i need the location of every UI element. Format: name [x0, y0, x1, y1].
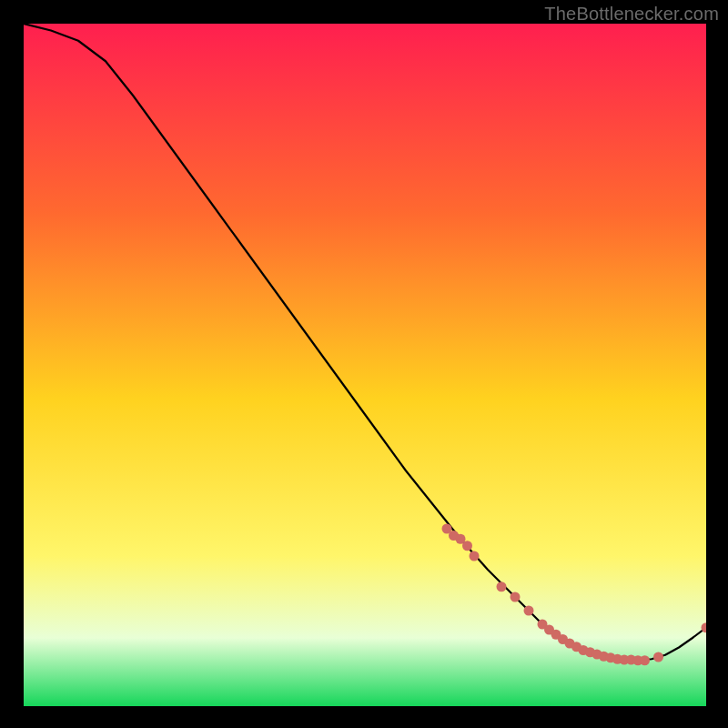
dot	[524, 606, 534, 616]
dot	[462, 541, 472, 551]
watermark: TheBottlenecker.com	[544, 4, 719, 25]
dot	[470, 551, 480, 561]
dot	[511, 592, 521, 602]
dot	[640, 655, 650, 665]
plot-svg	[24, 24, 706, 706]
bottleneck-plot	[24, 24, 706, 706]
chart-stage: TheBottlenecker.com	[0, 0, 728, 728]
dot	[653, 652, 663, 662]
gradient-background	[24, 24, 706, 706]
dot	[497, 581, 507, 592]
